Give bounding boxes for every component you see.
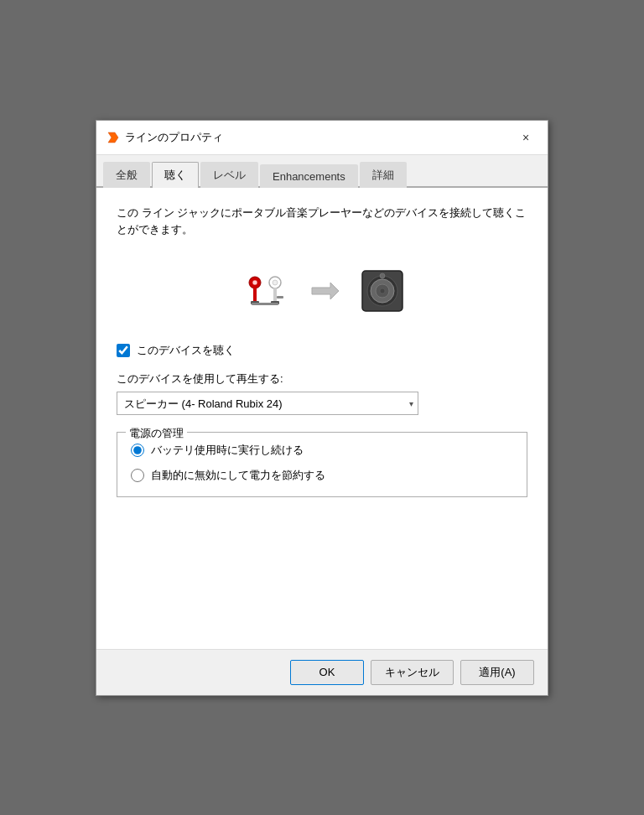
dialog-body: この ライン ジャックにポータブル音楽プレーヤーなどのデバイスを接続して聴くこと… bbox=[96, 188, 548, 649]
playback-dropdown-container: スピーカー (4- Roland Rubix 24) ▾ bbox=[117, 392, 418, 415]
svg-point-17 bbox=[380, 273, 385, 278]
svg-point-2 bbox=[252, 280, 257, 285]
diagram-area bbox=[117, 264, 527, 318]
tab-details[interactable]: 詳細 bbox=[360, 162, 407, 188]
ok-button[interactable]: OK bbox=[290, 660, 364, 685]
tabs-bar: 全般 聴く レベル Enhancements 詳細 bbox=[96, 155, 548, 188]
description-text: この ライン ジャックにポータブル音楽プレーヤーなどのデバイスを接続して聴くこと… bbox=[117, 205, 527, 240]
close-button[interactable]: × bbox=[514, 127, 538, 148]
auto-radio-label[interactable]: 自動的に無効にして電力を節約する bbox=[151, 468, 325, 483]
power-group-legend: 電源の管理 bbox=[126, 426, 187, 441]
title-bar-left: ラインのプロパティ bbox=[106, 130, 223, 145]
dialog-title: ラインのプロパティ bbox=[125, 130, 223, 145]
cancel-button[interactable]: キャンセル bbox=[371, 660, 454, 685]
auto-radio[interactable] bbox=[131, 469, 144, 482]
dropdown-wrapper: スピーカー (4- Roland Rubix 24) ▾ bbox=[117, 392, 527, 415]
power-management-group: 電源の管理 バッテリ使用時に実行し続ける 自動的に無効にして電力を節約する bbox=[117, 432, 527, 497]
battery-radio-label[interactable]: バッテリ使用時に実行し続ける bbox=[151, 443, 304, 458]
arrow-icon bbox=[309, 274, 342, 308]
title-bar: ラインのプロパティ × bbox=[96, 121, 548, 155]
svg-point-16 bbox=[380, 288, 385, 293]
svg-rect-10 bbox=[277, 296, 283, 298]
title-icon bbox=[106, 131, 120, 144]
svg-rect-3 bbox=[253, 288, 257, 303]
dialog-footer: OK キャンセル 適用(A) bbox=[96, 649, 548, 695]
tab-enhancements[interactable]: Enhancements bbox=[260, 164, 358, 188]
auto-radio-row: 自動的に無効にして電力を節約する bbox=[131, 468, 513, 483]
svg-marker-11 bbox=[312, 283, 339, 299]
tab-level[interactable]: レベル bbox=[200, 162, 258, 188]
battery-radio-row: バッテリ使用時に実行し続ける bbox=[131, 443, 513, 458]
speaker-icon bbox=[359, 267, 406, 314]
tab-listen[interactable]: 聴く bbox=[152, 162, 199, 188]
playback-label: このデバイスを使用して再生する: bbox=[117, 371, 527, 387]
svg-point-6 bbox=[273, 280, 278, 285]
cable-icon bbox=[238, 264, 292, 318]
listen-checkbox-label[interactable]: このデバイスを聴く bbox=[137, 343, 235, 358]
svg-rect-7 bbox=[273, 288, 277, 303]
battery-radio[interactable] bbox=[131, 444, 144, 457]
tab-general[interactable]: 全般 bbox=[103, 162, 150, 188]
listen-checkbox-row: このデバイスを聴く bbox=[117, 343, 527, 358]
backdrop: ラインのプロパティ × 全般 聴く レベル Enhancements 詳細 この… bbox=[0, 0, 644, 815]
svg-marker-0 bbox=[108, 132, 118, 143]
listen-checkbox[interactable] bbox=[117, 344, 130, 357]
apply-button[interactable]: 適用(A) bbox=[460, 660, 534, 685]
dialog-window: ラインのプロパティ × 全般 聴く レベル Enhancements 詳細 この… bbox=[96, 120, 548, 696]
playback-dropdown[interactable]: スピーカー (4- Roland Rubix 24) bbox=[117, 392, 418, 415]
svg-rect-9 bbox=[252, 303, 278, 305]
